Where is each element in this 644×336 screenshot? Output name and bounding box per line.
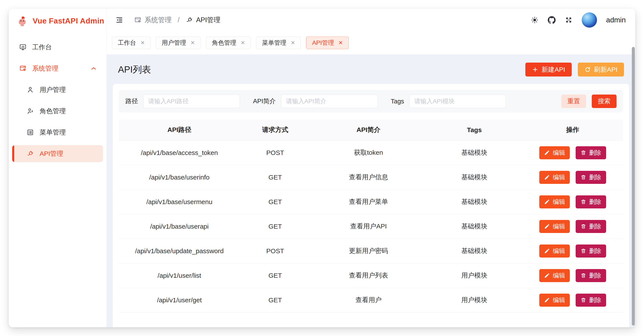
tab-close-icon[interactable]: ✕ — [291, 40, 295, 45]
edit-button[interactable]: 编辑 — [539, 294, 570, 307]
edit-button[interactable]: 编辑 — [539, 220, 570, 233]
refresh-api-button[interactable]: 刷新API — [578, 63, 624, 76]
page-title: API列表 — [118, 63, 151, 76]
scrollbar-thumb[interactable] — [632, 47, 635, 326]
trash-icon — [580, 273, 586, 278]
trash-icon — [580, 223, 586, 229]
edit-button[interactable]: 编辑 — [539, 146, 570, 159]
page-content: API列表 新建API 刷新API — [107, 54, 635, 327]
edit-button-label: 编辑 — [553, 296, 565, 304]
pencil-icon — [544, 248, 550, 254]
summary-cell: 查看用户 — [310, 288, 426, 312]
edit-button[interactable]: 编辑 — [539, 244, 570, 258]
edit-button[interactable]: 编辑 — [539, 269, 570, 282]
tags-cell: 基础模块 — [426, 214, 522, 239]
header-actions: admin — [531, 12, 626, 28]
column-header-path: API路径 — [119, 120, 240, 140]
trash-icon — [580, 150, 586, 156]
method-cell: GET — [240, 288, 310, 312]
tab-menu-management[interactable]: 菜单管理 ✕ — [256, 36, 301, 49]
delete-button-label: 删除 — [589, 271, 601, 280]
person-chevron-icon — [26, 107, 34, 115]
sidebar-item-label: API管理 — [40, 149, 63, 158]
delete-button[interactable]: 删除 — [576, 220, 606, 233]
tab-api-management[interactable]: API管理 ✕ — [306, 36, 348, 49]
api-path-cell: /api/v1/user/get — [119, 288, 240, 312]
tab-workbench[interactable]: 工作台 ✕ — [112, 36, 151, 49]
edit-button[interactable]: 编辑 — [539, 195, 570, 208]
tab-close-icon[interactable]: ✕ — [140, 40, 145, 45]
summary-cell: 查看用户菜单 — [310, 189, 426, 214]
api-path-cell: /api/v1/base/usermenu — [119, 189, 240, 214]
username-label[interactable]: admin — [606, 16, 626, 24]
delete-button[interactable]: 删除 — [576, 171, 606, 184]
api-path-cell: /api/v1/user/list — [119, 263, 240, 288]
user-avatar[interactable] — [582, 12, 597, 28]
sidebar-item-system[interactable]: 系统管理 — [12, 60, 103, 77]
tags-cell: 基础模块 — [426, 189, 522, 214]
sidebar-item-role-management[interactable]: 角色管理 — [12, 103, 103, 120]
search-button[interactable]: 搜索 — [592, 95, 616, 108]
breadcrumb-parent[interactable]: 系统管理 — [134, 15, 172, 24]
tab-user-management[interactable]: 用户管理 ✕ — [156, 36, 201, 49]
column-header-actions: 操作 — [522, 120, 623, 140]
tab-label: 角色管理 — [212, 39, 236, 47]
table-row-partial — [119, 312, 623, 327]
theme-toggle-button[interactable] — [531, 16, 539, 24]
delete-button[interactable]: 删除 — [576, 269, 606, 282]
tags-cell: 基础模块 — [426, 165, 522, 189]
method-cell: GET — [240, 214, 310, 239]
tab-close-icon[interactable]: ✕ — [338, 40, 343, 45]
sun-icon — [531, 16, 539, 24]
breadcrumb-current[interactable]: API管理 — [186, 15, 220, 24]
pencil-icon — [544, 223, 550, 229]
edit-button-label: 编辑 — [553, 173, 565, 181]
tab-label: 用户管理 — [162, 39, 186, 47]
tags-cell: 用户模块 — [426, 288, 522, 312]
summary-cell: 获取token — [310, 140, 426, 165]
edit-button-label: 编辑 — [553, 222, 565, 231]
edit-button-label: 编辑 — [553, 149, 565, 157]
tab-label: API管理 — [312, 39, 334, 47]
delete-button-label: 删除 — [589, 222, 601, 231]
trash-icon — [580, 297, 586, 303]
delete-button[interactable]: 删除 — [576, 195, 606, 208]
delete-button-label: 删除 — [589, 198, 601, 206]
github-link[interactable] — [548, 16, 556, 24]
table-row: /api/v1/user/get GET 查看用户 用户模块 编辑 删除 — [119, 288, 623, 312]
sidebar-item-label: 菜单管理 — [40, 128, 66, 137]
reset-button[interactable]: 重置 — [561, 95, 586, 108]
sidebar-item-label: 角色管理 — [40, 107, 66, 116]
edit-button[interactable]: 编辑 — [539, 171, 570, 184]
sidebar-item-menu-management[interactable]: 菜单管理 — [12, 124, 103, 141]
delete-button-label: 删除 — [589, 149, 601, 157]
delete-button[interactable]: 删除 — [576, 294, 606, 307]
tab-close-icon[interactable]: ✕ — [190, 40, 195, 45]
tab-label: 工作台 — [118, 39, 136, 47]
sidebar-item-api-management[interactable]: API管理 — [12, 145, 103, 162]
sidebar-item-user-management[interactable]: 用户管理 — [12, 81, 103, 98]
brand-logo-row[interactable]: Vue FastAPI Admin — [9, 9, 106, 32]
delete-button[interactable]: 删除 — [576, 146, 606, 159]
summary-filter-input[interactable] — [281, 95, 378, 108]
tab-role-management[interactable]: 角色管理 ✕ — [206, 36, 251, 49]
delete-button[interactable]: 删除 — [576, 244, 606, 258]
fullscreen-button[interactable] — [565, 16, 572, 24]
brand-name: Vue FastAPI Admin — [33, 16, 104, 25]
pencil-icon — [544, 199, 550, 205]
tab-close-icon[interactable]: ✕ — [240, 40, 245, 45]
sidebar-collapse-button[interactable] — [116, 16, 123, 24]
actions-cell: 编辑 删除 — [522, 189, 623, 214]
pencil-icon — [544, 150, 550, 156]
path-filter-input[interactable] — [143, 95, 240, 108]
sidebar-item-workbench[interactable]: 工作台 — [12, 39, 103, 56]
create-api-button[interactable]: 新建API — [525, 63, 572, 76]
table-row: /api/v1/base/userinfo GET 查看用户信息 基础模块 编辑… — [119, 165, 623, 189]
window-gear-icon — [19, 65, 26, 72]
tab-bar: 工作台 ✕ 用户管理 ✕ 角色管理 ✕ 菜单管理 ✕ API管理 ✕ — [107, 31, 635, 54]
actions-cell: 编辑 删除 — [522, 239, 623, 263]
method-cell: GET — [240, 189, 310, 214]
person-icon — [26, 86, 34, 93]
tags-filter-input[interactable] — [409, 95, 506, 108]
chick-mascot-icon — [16, 15, 28, 27]
